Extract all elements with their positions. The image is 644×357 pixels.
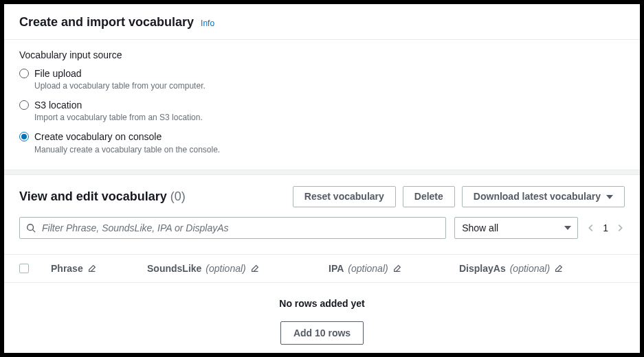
- radio-desc: Manually create a vocabulary table on th…: [34, 145, 220, 154]
- input-source-heading: Vocabulary input source: [19, 49, 625, 60]
- prev-page-icon[interactable]: [586, 223, 596, 233]
- svg-line-1: [33, 230, 36, 233]
- radio-label: Create vocabulary on console: [34, 130, 220, 143]
- radio-label: S3 location: [34, 99, 203, 111]
- radio-create-console[interactable]: Create vocabulary on console Manually cr…: [19, 130, 625, 154]
- edit-icon[interactable]: [554, 264, 564, 273]
- radio-desc: Import a vocabulary table from an S3 loc…: [34, 113, 203, 122]
- edit-icon[interactable]: [250, 264, 260, 273]
- radio-icon: [19, 100, 29, 110]
- radio-file-upload[interactable]: File upload Upload a vocabulary table fr…: [19, 67, 625, 91]
- edit-icon[interactable]: [392, 264, 402, 273]
- chevron-down-icon: [606, 195, 613, 199]
- svg-point-0: [27, 224, 34, 231]
- radio-desc: Upload a vocabulary table from your comp…: [34, 81, 206, 91]
- view-edit-title: View and edit vocabulary (0): [19, 189, 186, 204]
- column-displayas: DisplayAs (optional): [459, 263, 625, 274]
- radio-label: File upload: [34, 67, 206, 80]
- page-title: Create and import vocabulary: [19, 15, 194, 30]
- delete-button[interactable]: Delete: [403, 186, 455, 207]
- column-soundslike: SoundsLike (optional): [147, 263, 329, 274]
- section-divider: [4, 170, 640, 176]
- radio-s3-location[interactable]: S3 location Import a vocabulary table fr…: [19, 99, 625, 122]
- reset-vocabulary-button[interactable]: Reset vocabulary: [293, 186, 396, 207]
- column-phrase: Phrase: [51, 263, 147, 274]
- column-ipa: IPA (optional): [329, 263, 459, 274]
- select-all-checkbox[interactable]: [19, 264, 29, 273]
- edit-icon[interactable]: [87, 264, 97, 273]
- info-link[interactable]: Info: [201, 19, 214, 28]
- filter-select[interactable]: Show all: [454, 217, 578, 239]
- filter-input[interactable]: [19, 217, 446, 239]
- radio-icon: [19, 132, 29, 141]
- empty-state-text: No rows added yet: [4, 298, 640, 309]
- next-page-icon[interactable]: [615, 223, 625, 233]
- add-rows-button[interactable]: Add 10 rows: [280, 321, 364, 345]
- download-vocabulary-button[interactable]: Download latest vocabulary: [462, 186, 625, 207]
- row-count: (0): [170, 189, 186, 203]
- search-icon: [26, 223, 36, 233]
- page-number: 1: [603, 222, 608, 233]
- radio-icon: [19, 69, 29, 78]
